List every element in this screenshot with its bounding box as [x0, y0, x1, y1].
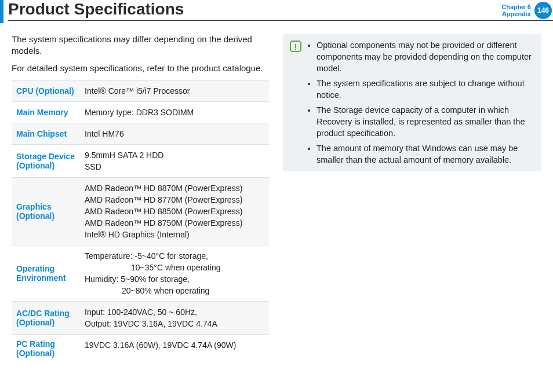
- spec-line: AMD Radeon™ HD 8750M (PowerExpress): [85, 217, 265, 229]
- intro-paragraph-2: For detailed system specifications, refe…: [12, 63, 269, 74]
- spec-value: Temperature: -5~40°C for storage, 10~35°…: [82, 246, 269, 301]
- spec-row-storage: Storage Device (Optional) 9.5mmH SATA 2 …: [12, 144, 269, 177]
- page-title: Product Specifications: [8, 0, 496, 21]
- page-header: Product Specifications Chapter 6 Appendi…: [0, 0, 553, 23]
- spec-label: Graphics (Optional): [12, 178, 82, 245]
- spec-row-acdc: AC/DC Rating (Optional) Input: 100-240VA…: [12, 301, 269, 334]
- spec-line: Intel® Core™ i5/i7 Processor: [85, 85, 265, 97]
- spec-value: 9.5mmH SATA 2 HDD SSD: [82, 145, 269, 177]
- spec-value: Input: 100-240VAC, 50 ~ 60Hz, Output: 19…: [82, 302, 269, 334]
- spec-row-environment: Operating Environment Temperature: -5~40…: [12, 245, 269, 301]
- spec-line: Input: 100-240VAC, 50 ~ 60Hz,: [85, 306, 265, 318]
- chapter-line-1: Chapter 6: [501, 3, 531, 10]
- content-columns: The system specifications may differ dep…: [0, 23, 553, 362]
- spec-label: CPU (Optional): [12, 80, 82, 101]
- chapter-label: Chapter 6 Appendix: [501, 3, 533, 17]
- intro-paragraph-1: The system specifications may differ dep…: [12, 34, 269, 57]
- spec-line: AMD Radeon™ HD 8770M (PowerExpress): [85, 194, 265, 206]
- alert-icon: !: [290, 41, 301, 52]
- spec-line: AMD Radeon™ HD 8870M (PowerExpress): [85, 182, 265, 194]
- spec-row-memory: Main Memory Memory type: DDR3 SODIMM: [12, 101, 269, 123]
- spec-label: Operating Environment: [12, 246, 82, 301]
- spec-line: Humidity: 5~90% for storage,: [85, 273, 265, 285]
- spec-row-graphics: Graphics (Optional) AMD Radeon™ HD 8870M…: [12, 177, 269, 245]
- chapter-line-2: Appendix: [502, 10, 531, 17]
- spec-row-cpu: CPU (Optional) Intel® Core™ i5/i7 Proces…: [12, 80, 269, 101]
- notice-item: The amount of memory that Windows can us…: [316, 142, 533, 166]
- spec-line: Intel® HD Graphics (Internal): [85, 229, 265, 240]
- page-number-badge: 146: [534, 2, 552, 19]
- notice-list: Optional components may not be provided …: [307, 39, 533, 166]
- notice-item: The Storage device capacity of a compute…: [316, 104, 533, 139]
- spec-table: CPU (Optional) Intel® Core™ i5/i7 Proces…: [12, 80, 269, 362]
- spec-label: AC/DC Rating (Optional): [12, 302, 82, 334]
- spec-line: Output: 19VDC 3.16A, 19VDC 4.74A: [85, 318, 265, 329]
- chapter-info: Chapter 6 Appendix 146: [496, 0, 553, 21]
- spec-value: Intel HM76: [82, 123, 269, 144]
- spec-line: 19VDC 3.16A (60W), 19VDC 4.74A (90W): [85, 339, 265, 351]
- notice-item: Optional components may not be provided …: [316, 39, 533, 74]
- spec-line-indent: 10~35°C when operating: [85, 262, 265, 273]
- spec-line: SSD: [85, 161, 265, 173]
- right-column: ! Optional components may not be provide…: [283, 34, 541, 362]
- notice-item: The system specifications are subject to…: [316, 78, 533, 101]
- header-accent-bar: [0, 0, 3, 23]
- spec-line-indent: 20~80% when operating: [85, 285, 265, 296]
- notice-box: ! Optional components may not be provide…: [283, 34, 541, 171]
- spec-value: AMD Radeon™ HD 8870M (PowerExpress) AMD …: [82, 178, 269, 245]
- spec-value: Intel® Core™ i5/i7 Processor: [82, 80, 269, 101]
- spec-line: Temperature: -5~40°C for storage,: [85, 250, 265, 262]
- spec-line: 9.5mmH SATA 2 HDD: [85, 149, 265, 161]
- spec-line: AMD Radeon™ HD 8850M (PowerExpress): [85, 206, 265, 217]
- left-column: The system specifications may differ dep…: [12, 34, 269, 362]
- spec-label: Main Chipset: [12, 123, 82, 144]
- spec-label: Storage Device (Optional): [12, 145, 82, 177]
- spec-row-chipset: Main Chipset Intel HM76: [12, 123, 269, 144]
- spec-line: Intel HM76: [85, 128, 265, 140]
- spec-row-pcrating: PC Rating (Optional) 19VDC 3.16A (60W), …: [12, 334, 269, 362]
- spec-value: 19VDC 3.16A (60W), 19VDC 4.74A (90W): [82, 335, 269, 362]
- spec-label: PC Rating (Optional): [12, 335, 82, 362]
- spec-label: Main Memory: [12, 102, 82, 123]
- spec-value: Memory type: DDR3 SODIMM: [82, 102, 269, 123]
- spec-line: Memory type: DDR3 SODIMM: [85, 107, 265, 118]
